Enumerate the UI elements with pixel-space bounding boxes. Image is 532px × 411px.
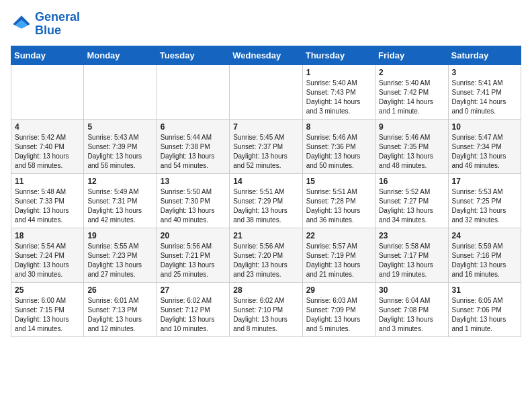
weekday-header-friday: Friday — [375, 46, 448, 64]
day-number: 19 — [87, 231, 152, 240]
day-number: 2 — [379, 68, 444, 77]
day-info: Sunrise: 5:41 AMSunset: 7:41 PMDaylight:… — [452, 79, 517, 116]
day-info: Sunrise: 6:04 AMSunset: 7:08 PMDaylight:… — [379, 296, 444, 334]
day-info: Sunrise: 5:40 AMSunset: 7:42 PMDaylight:… — [379, 79, 444, 116]
calendar-cell — [157, 64, 229, 119]
calendar-cell: 15Sunrise: 5:51 AMSunset: 7:28 PMDayligh… — [302, 173, 375, 228]
calendar-cell: 26Sunrise: 6:01 AMSunset: 7:13 PMDayligh… — [84, 282, 157, 336]
day-info: Sunrise: 5:55 AMSunset: 7:23 PMDaylight:… — [87, 242, 152, 279]
day-info: Sunrise: 5:56 AMSunset: 7:21 PMDaylight:… — [161, 242, 226, 279]
day-info: Sunrise: 5:46 AMSunset: 7:36 PMDaylight:… — [306, 133, 371, 171]
day-info: Sunrise: 5:58 AMSunset: 7:17 PMDaylight:… — [379, 242, 444, 279]
calendar-cell: 24Sunrise: 5:59 AMSunset: 7:16 PMDayligh… — [448, 228, 521, 282]
day-number: 6 — [161, 122, 226, 132]
calendar: SundayMondayTuesdayWednesdayThursdayFrid… — [11, 46, 521, 337]
day-info: Sunrise: 5:59 AMSunset: 7:16 PMDaylight:… — [452, 242, 517, 279]
calendar-cell: 2Sunrise: 5:40 AMSunset: 7:42 PMDaylight… — [375, 64, 448, 119]
day-info: Sunrise: 5:57 AMSunset: 7:19 PMDaylight:… — [306, 242, 371, 279]
calendar-cell: 16Sunrise: 5:52 AMSunset: 7:27 PMDayligh… — [375, 173, 448, 228]
calendar-cell: 30Sunrise: 6:04 AMSunset: 7:08 PMDayligh… — [375, 282, 448, 336]
day-info: Sunrise: 5:52 AMSunset: 7:27 PMDaylight:… — [379, 187, 444, 225]
calendar-cell: 19Sunrise: 5:55 AMSunset: 7:23 PMDayligh… — [84, 228, 157, 282]
day-info: Sunrise: 6:01 AMSunset: 7:13 PMDaylight:… — [87, 296, 152, 334]
page-header: General Blue — [11, 11, 521, 38]
calendar-cell: 9Sunrise: 5:46 AMSunset: 7:35 PMDaylight… — [375, 119, 448, 173]
day-info: Sunrise: 5:46 AMSunset: 7:35 PMDaylight:… — [379, 133, 444, 171]
weekday-header-saturday: Saturday — [448, 46, 521, 64]
day-number: 15 — [306, 177, 371, 186]
weekday-header-sunday: Sunday — [11, 46, 84, 64]
calendar-cell: 23Sunrise: 5:58 AMSunset: 7:17 PMDayligh… — [375, 228, 448, 282]
day-number: 27 — [161, 285, 226, 295]
day-info: Sunrise: 5:44 AMSunset: 7:38 PMDaylight:… — [161, 133, 226, 171]
day-info: Sunrise: 5:48 AMSunset: 7:33 PMDaylight:… — [15, 187, 80, 225]
calendar-cell: 22Sunrise: 5:57 AMSunset: 7:19 PMDayligh… — [302, 228, 375, 282]
calendar-cell: 18Sunrise: 5:54 AMSunset: 7:24 PMDayligh… — [11, 228, 84, 282]
day-number: 11 — [15, 177, 80, 186]
day-number: 26 — [87, 285, 152, 295]
calendar-cell: 20Sunrise: 5:56 AMSunset: 7:21 PMDayligh… — [157, 228, 229, 282]
weekday-header-wednesday: Wednesday — [230, 46, 302, 64]
day-number: 9 — [379, 122, 444, 132]
calendar-cell: 4Sunrise: 5:42 AMSunset: 7:40 PMDaylight… — [11, 119, 84, 173]
calendar-cell — [84, 64, 157, 119]
day-number: 14 — [233, 177, 298, 186]
calendar-cell: 1Sunrise: 5:40 AMSunset: 7:43 PMDaylight… — [302, 64, 375, 119]
logo-icon — [11, 13, 32, 35]
weekday-header-thursday: Thursday — [302, 46, 375, 64]
day-number: 13 — [161, 177, 226, 186]
day-number: 31 — [452, 285, 517, 295]
day-number: 28 — [233, 285, 298, 295]
day-info: Sunrise: 5:42 AMSunset: 7:40 PMDaylight:… — [15, 133, 80, 171]
calendar-cell: 3Sunrise: 5:41 AMSunset: 7:41 PMDaylight… — [448, 64, 521, 119]
day-info: Sunrise: 5:45 AMSunset: 7:37 PMDaylight:… — [233, 133, 298, 171]
calendar-cell: 13Sunrise: 5:50 AMSunset: 7:30 PMDayligh… — [157, 173, 229, 228]
day-info: Sunrise: 6:03 AMSunset: 7:09 PMDaylight:… — [306, 296, 371, 334]
day-number: 24 — [452, 231, 517, 240]
day-number: 18 — [15, 231, 80, 240]
calendar-cell: 10Sunrise: 5:47 AMSunset: 7:34 PMDayligh… — [448, 119, 521, 173]
day-info: Sunrise: 6:00 AMSunset: 7:15 PMDaylight:… — [15, 296, 80, 334]
day-info: Sunrise: 5:56 AMSunset: 7:20 PMDaylight:… — [233, 242, 298, 279]
calendar-cell: 27Sunrise: 6:02 AMSunset: 7:12 PMDayligh… — [157, 282, 229, 336]
day-info: Sunrise: 6:02 AMSunset: 7:10 PMDaylight:… — [233, 296, 298, 334]
calendar-cell: 6Sunrise: 5:44 AMSunset: 7:38 PMDaylight… — [157, 119, 229, 173]
day-number: 7 — [233, 122, 298, 132]
calendar-cell: 21Sunrise: 5:56 AMSunset: 7:20 PMDayligh… — [230, 228, 302, 282]
day-info: Sunrise: 6:02 AMSunset: 7:12 PMDaylight:… — [161, 296, 226, 334]
day-info: Sunrise: 5:40 AMSunset: 7:43 PMDaylight:… — [306, 79, 371, 116]
day-number: 20 — [161, 231, 226, 240]
day-number: 4 — [15, 122, 80, 132]
day-number: 12 — [87, 177, 152, 186]
day-number: 8 — [306, 122, 371, 132]
day-info: Sunrise: 5:49 AMSunset: 7:31 PMDaylight:… — [87, 187, 152, 225]
day-info: Sunrise: 5:50 AMSunset: 7:30 PMDaylight:… — [161, 187, 226, 225]
day-info: Sunrise: 5:47 AMSunset: 7:34 PMDaylight:… — [452, 133, 517, 171]
day-info: Sunrise: 5:43 AMSunset: 7:39 PMDaylight:… — [87, 133, 152, 171]
day-number: 10 — [452, 122, 517, 132]
day-info: Sunrise: 6:05 AMSunset: 7:06 PMDaylight:… — [452, 296, 517, 334]
day-number: 1 — [306, 68, 371, 77]
day-info: Sunrise: 5:53 AMSunset: 7:25 PMDaylight:… — [452, 187, 517, 225]
day-info: Sunrise: 5:51 AMSunset: 7:29 PMDaylight:… — [233, 187, 298, 225]
day-number: 23 — [379, 231, 444, 240]
day-number: 16 — [379, 177, 444, 186]
logo: General Blue — [11, 11, 80, 38]
calendar-cell: 31Sunrise: 6:05 AMSunset: 7:06 PMDayligh… — [448, 282, 521, 336]
day-number: 5 — [87, 122, 152, 132]
day-number: 30 — [379, 285, 444, 295]
calendar-cell — [230, 64, 302, 119]
calendar-cell: 12Sunrise: 5:49 AMSunset: 7:31 PMDayligh… — [84, 173, 157, 228]
day-info: Sunrise: 5:54 AMSunset: 7:24 PMDaylight:… — [15, 242, 80, 279]
weekday-header-monday: Monday — [84, 46, 157, 64]
calendar-cell: 11Sunrise: 5:48 AMSunset: 7:33 PMDayligh… — [11, 173, 84, 228]
calendar-cell: 14Sunrise: 5:51 AMSunset: 7:29 PMDayligh… — [230, 173, 302, 228]
day-info: Sunrise: 5:51 AMSunset: 7:28 PMDaylight:… — [306, 187, 371, 225]
calendar-cell — [11, 64, 84, 119]
logo-text: General Blue — [35, 11, 80, 38]
day-number: 29 — [306, 285, 371, 295]
day-number: 22 — [306, 231, 371, 240]
calendar-cell: 8Sunrise: 5:46 AMSunset: 7:36 PMDaylight… — [302, 119, 375, 173]
calendar-cell: 29Sunrise: 6:03 AMSunset: 7:09 PMDayligh… — [302, 282, 375, 336]
day-number: 17 — [452, 177, 517, 186]
